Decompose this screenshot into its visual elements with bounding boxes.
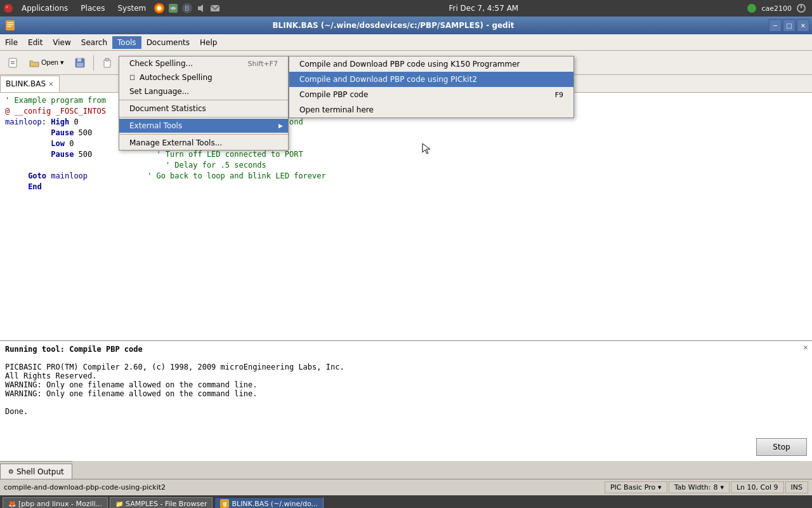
svg-rect-14 xyxy=(7,22,13,23)
menu-view[interactable]: View xyxy=(48,36,75,49)
bluetooth-icon: B xyxy=(181,3,193,14)
submenu-compile[interactable]: Compile PBP code F9 xyxy=(289,87,573,102)
title-bar: BLINK.BAS (~/.wine/dosdevices/c:/PBP/SAM… xyxy=(0,17,812,34)
svg-point-0 xyxy=(4,4,13,13)
close-shell-button[interactable]: ✕ xyxy=(801,342,811,352)
taskbar-firefox[interactable]: 🦊 [pbp and linux - Mozill... xyxy=(3,497,108,508)
folder-taskbar-icon: 📁 xyxy=(115,500,123,507)
tab-width-label: Tab Width: xyxy=(674,483,711,491)
window-title: BLINK.BAS (~/.wine/dosdevices/c:/PBP/SAM… xyxy=(18,21,769,30)
gedit-taskbar-icon: g xyxy=(220,499,229,508)
svg-rect-22 xyxy=(77,63,83,67)
open-button[interactable]: Open ▾ xyxy=(24,53,69,73)
tools-dropdown: Check Spelling...Shift+F7 ☐Autocheck Spe… xyxy=(119,56,289,150)
power-icon[interactable] xyxy=(796,3,807,14)
status-bar: compile-and-download-pbp-code-using-pick… xyxy=(0,479,812,495)
tab-width-dropdown-icon: ▾ xyxy=(720,483,724,491)
cursor-pos-label: Ln 10, Col 9 xyxy=(737,483,778,491)
shell-panel: Running tool: Compile PBP code PICBASIC … xyxy=(0,340,812,461)
submenu-pickit2[interactable]: Compile and Download PBP code using PICk… xyxy=(289,72,573,87)
taskbar-gedit-label: BLINK.BAS (~/.wine/do... xyxy=(232,500,318,508)
svg-point-10 xyxy=(747,4,756,13)
menu-help[interactable]: Help xyxy=(195,36,222,49)
mail-icon xyxy=(209,3,221,14)
network-icon xyxy=(167,3,179,14)
svg-marker-8 xyxy=(198,4,203,12)
dd-check-spelling[interactable]: Check Spelling...Shift+F7 xyxy=(119,57,288,70)
submenu-k150[interactable]: Compile and Download PBP code using K150… xyxy=(289,57,573,72)
svg-rect-21 xyxy=(77,58,81,62)
dd-manage-external-tools[interactable]: Manage External Tools... xyxy=(119,136,288,150)
svg-rect-16 xyxy=(7,26,11,27)
dd-set-language[interactable]: Set Language... xyxy=(119,84,288,98)
shell-output-tab[interactable]: ⚙ Shell Output xyxy=(0,464,72,479)
applications-menu[interactable]: Applications xyxy=(16,3,73,14)
taskbar-firefox-label: [pbp and linux - Mozill... xyxy=(18,500,102,508)
maximize-button[interactable]: □ xyxy=(783,19,796,32)
tab-close-button[interactable]: ✕ xyxy=(48,81,53,88)
menu-search[interactable]: Search xyxy=(76,36,112,49)
save-button[interactable] xyxy=(70,53,90,73)
dd-autocheck-spelling[interactable]: ☐Autocheck Spelling xyxy=(119,70,288,84)
svg-text:B: B xyxy=(185,4,190,13)
running-label: Running tool: Compile PBP code xyxy=(5,345,807,354)
svg-rect-24 xyxy=(105,58,109,61)
code-line-9: Goto mainloop ' Go back to loop and blin… xyxy=(5,171,807,182)
svg-rect-15 xyxy=(7,24,13,25)
firefox-icon xyxy=(154,3,165,14)
gedit-app-icon xyxy=(3,18,18,33)
menu-documents[interactable]: Documents xyxy=(141,36,195,49)
shell-output-text: PICBASIC PRO(TM) Compiler 2.60, (c) 1998… xyxy=(5,363,807,416)
dd-external-tools[interactable]: External Tools xyxy=(119,119,288,133)
dd-sep-1 xyxy=(119,100,288,100)
language-label: PIC Basic Pro xyxy=(610,483,655,491)
svg-rect-13 xyxy=(6,20,15,30)
menu-edit[interactable]: Edit xyxy=(23,36,48,49)
taskbar-filebrowser-label: SAMPLES - File Browser xyxy=(126,500,207,508)
tab-width-value: 8 xyxy=(713,483,717,491)
volume-icon xyxy=(195,3,207,14)
username-label: cae2100 xyxy=(761,4,792,13)
cursor-position: Ln 10, Col 9 xyxy=(731,481,784,493)
gnome-foot-icon xyxy=(3,3,14,14)
paste-button[interactable] xyxy=(97,53,117,73)
language-dropdown-icon: ▾ xyxy=(658,483,662,491)
menu-tools[interactable]: Tools xyxy=(112,36,141,49)
system-menu-btn[interactable]: System xyxy=(112,3,151,14)
external-tools-submenu: Compile and Download PBP code using K150… xyxy=(289,56,574,118)
toolbar-separator xyxy=(93,55,94,70)
editor-tab-blink[interactable]: BLINK.BAS ✕ xyxy=(0,76,60,92)
insert-mode-label: INS xyxy=(791,483,802,491)
menu-bar: File Edit View Search Tools Documents He… xyxy=(0,34,812,51)
system-bar: Applications File Places System B Fri De… xyxy=(0,0,812,17)
shell-tab-label: Shell Output xyxy=(16,467,64,476)
places-menu-btn[interactable]: Places xyxy=(75,3,110,14)
tab-width-selector[interactable]: Tab Width: 8 ▾ xyxy=(669,481,730,493)
datetime: Fri Dec 7, 4:57 AM xyxy=(221,4,746,13)
dd-sep-2 xyxy=(119,117,288,117)
code-line-10: End xyxy=(5,182,807,192)
code-line-7: Pause 500 ' Turn off LED connected to PO… xyxy=(5,149,807,160)
new-button[interactable] xyxy=(3,53,23,73)
dd-document-stats[interactable]: Document Statistics xyxy=(119,102,288,116)
shell-tabs: ⚙ Shell Output xyxy=(0,461,72,479)
svg-point-1 xyxy=(6,6,8,8)
taskbar-gedit[interactable]: g BLINK.BAS (~/.wine/do... xyxy=(214,497,324,508)
terminal-icon: ⚙ xyxy=(8,468,14,475)
stop-button[interactable]: Stop xyxy=(756,438,807,456)
firefox-taskbar-icon: 🦊 xyxy=(8,500,16,507)
tab-label: BLINK.BAS xyxy=(6,79,46,88)
taskbar: 🦊 [pbp and linux - Mozill... 📁 SAMPLES -… xyxy=(0,495,812,508)
close-button[interactable]: ✕ xyxy=(797,19,809,32)
svg-point-4 xyxy=(157,6,161,10)
menu-file[interactable]: File xyxy=(0,36,23,49)
svg-rect-17 xyxy=(9,58,16,67)
minimize-button[interactable]: ─ xyxy=(769,19,782,32)
dd-sep-3 xyxy=(119,134,288,135)
user-status-icon xyxy=(746,3,757,14)
shell-output-area: Running tool: Compile PBP code PICBASIC … xyxy=(0,341,812,461)
submenu-terminal[interactable]: Open terminal here xyxy=(289,102,573,117)
status-command: compile-and-download-pbp-code-using-pick… xyxy=(4,483,166,491)
language-selector[interactable]: PIC Basic Pro ▾ xyxy=(605,481,667,493)
taskbar-filebrowser[interactable]: 📁 SAMPLES - File Browser xyxy=(110,497,213,508)
